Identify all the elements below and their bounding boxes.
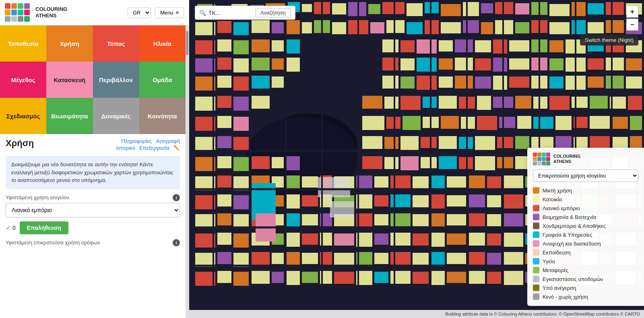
svg-rect-321 <box>334 272 354 284</box>
svg-rect-215 <box>233 195 250 209</box>
svg-rect-200 <box>413 176 429 188</box>
svg-rect-122 <box>477 96 491 110</box>
field1-hint[interactable]: i <box>173 194 180 201</box>
category-viossimotita[interactable]: Βιωσιμότητα <box>46 98 93 134</box>
svg-rect-44 <box>481 22 493 34</box>
svg-rect-324 <box>390 271 411 284</box>
legend-item-label: Αναψυχή και διασκέδαση <box>543 241 601 247</box>
svg-rect-97 <box>272 76 284 88</box>
language-select[interactable]: GR EN <box>128 7 151 18</box>
legend-logo-cell-2 <box>537 153 541 157</box>
category-xrisi[interactable]: Χρήση <box>46 25 93 62</box>
legend-item: Υγεία <box>533 257 638 266</box>
svg-rect-274 <box>390 233 411 246</box>
category-ilikia[interactable]: Ηλικία <box>139 25 186 62</box>
zoom-out-button[interactable]: − <box>626 19 638 31</box>
legend-item: Μικτή χρήση <box>533 186 638 195</box>
legend-item: Εκπαίδευση <box>533 248 638 257</box>
svg-rect-85 <box>493 58 507 72</box>
svg-rect-104 <box>493 76 507 90</box>
svg-rect-9 <box>302 4 312 12</box>
svg-rect-164 <box>590 136 610 149</box>
svg-rect-92 <box>626 58 642 70</box>
svg-rect-139 <box>461 117 475 129</box>
svg-rect-45 <box>495 20 513 34</box>
edit-icon[interactable]: ✏️ <box>173 145 180 151</box>
svg-rect-50 <box>588 22 604 33</box>
legend-item-label: Χονδρεμπόριο & Αποθήκες <box>543 223 606 229</box>
search-button[interactable]: Αναζήτηση <box>255 8 291 17</box>
info-box: Δοκιμάζουμε μια νέα δυνατότητα σε αυτήν … <box>6 156 180 189</box>
svg-rect-319 <box>302 272 318 283</box>
svg-rect-313 <box>195 272 215 286</box>
menu-button[interactable]: Menu ≡ <box>155 7 184 18</box>
logo-cell-9 <box>5 16 10 22</box>
svg-rect-179 <box>475 156 495 170</box>
legend-logo-text: COLOURING ATHENS <box>553 154 580 164</box>
logo-cell-3 <box>18 3 23 9</box>
svg-rect-148 <box>630 116 642 130</box>
category-sxediasmos[interactable]: Σχεδιασμός <box>0 98 46 134</box>
svg-rect-277 <box>447 233 467 245</box>
svg-rect-64 <box>475 40 491 52</box>
svg-rect-326 <box>431 271 445 285</box>
category-megethos[interactable]: Μέγεθος <box>0 62 46 98</box>
category-kataskeyi[interactable]: Κατασκευή <box>46 62 93 98</box>
category-koinotita[interactable]: Κοινότητα <box>139 98 186 134</box>
svg-rect-138 <box>441 116 459 129</box>
svg-rect-178 <box>459 157 473 169</box>
legend-logo-cell-6 <box>537 157 541 161</box>
svg-rect-63 <box>455 39 473 52</box>
history-link[interactable]: Ιστορικό <box>116 145 135 151</box>
svg-rect-103 <box>475 76 491 89</box>
svg-rect-88 <box>549 58 564 70</box>
svg-rect-158 <box>475 136 495 150</box>
logo-cell-1 <box>5 3 10 9</box>
logo-grid <box>5 3 30 22</box>
svg-rect-143 <box>533 117 553 129</box>
category-toposia[interactable]: Τοποθεσία <box>0 25 46 62</box>
svg-rect-152 <box>362 136 382 149</box>
svg-rect-25 <box>588 3 604 14</box>
svg-rect-223 <box>374 195 388 206</box>
legend-item-label: Μικτή χρήση <box>543 188 572 194</box>
category-omada[interactable]: Ομάδα <box>139 62 186 98</box>
svg-rect-130 <box>628 96 642 110</box>
logo-cell-2 <box>11 3 17 9</box>
logo-cell-12 <box>24 16 30 22</box>
svg-rect-167 <box>195 157 215 171</box>
svg-rect-294 <box>302 253 318 264</box>
svg-rect-226 <box>431 194 445 209</box>
verify-button[interactable]: Επαλήθευση <box>20 221 68 234</box>
legend-color-swatch <box>533 223 539 229</box>
legend-dropdown[interactable]: Επικρατούσα χρήση ισογείου Υφιστάμενη χρ… <box>533 169 638 182</box>
svg-rect-238 <box>195 214 215 228</box>
field1-dropdown[interactable]: Λιανικό εμπόριο Κατοικία Μικτή χρήση Γρα… <box>6 203 180 217</box>
svg-rect-275 <box>413 233 429 246</box>
copy-link[interactable]: Αντιγραφή <box>156 138 180 144</box>
edit-link[interactable]: Επεξεργασία <box>139 145 169 151</box>
legend-logo-cell-8 <box>546 157 550 161</box>
svg-rect-134 <box>362 116 384 130</box>
info-link[interactable]: Πληροφορίες <box>121 138 152 144</box>
search-input[interactable] <box>208 10 253 16</box>
category-perivallom[interactable]: Περιβάλλον <box>93 62 139 98</box>
category-dynamikes[interactable]: Δυναμικές <box>93 98 139 134</box>
svg-rect-302 <box>447 253 467 264</box>
legend-item: Κατοικία <box>533 195 638 204</box>
svg-rect-12 <box>348 2 366 16</box>
field2-hint[interactable]: i <box>173 239 180 246</box>
svg-rect-94 <box>217 76 231 88</box>
svg-rect-147 <box>612 117 628 129</box>
night-mode-tooltip[interactable]: Switch theme (Night) <box>580 35 638 45</box>
left-panel: COLOURING ATHENS GR EN Menu ≡ Τοποθεσία … <box>0 0 189 318</box>
logo-cell-11 <box>18 16 23 22</box>
svg-rect-300 <box>413 253 429 265</box>
svg-rect-170 <box>252 156 270 169</box>
svg-rect-289 <box>217 252 231 264</box>
category-typos[interactable]: Τύπος <box>93 25 139 62</box>
svg-rect-299 <box>390 252 411 265</box>
zoom-in-button[interactable]: + <box>626 6 638 18</box>
svg-rect-133 <box>233 117 250 131</box>
svg-rect-194 <box>302 176 318 188</box>
